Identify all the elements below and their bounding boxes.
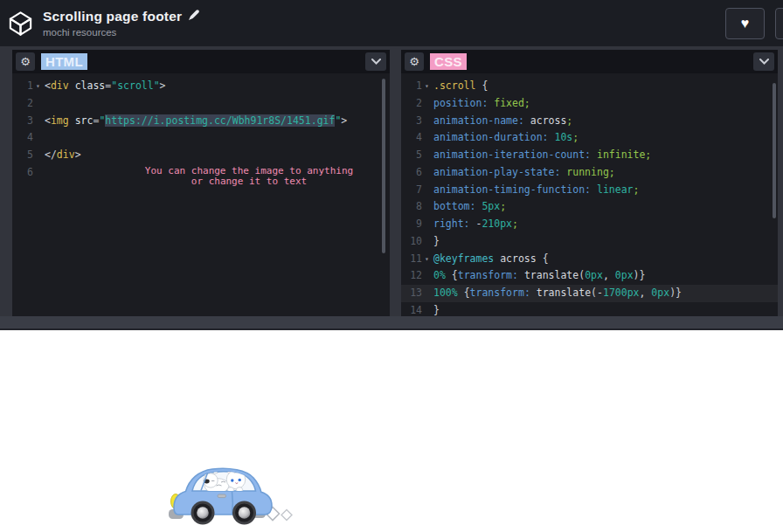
code-line[interactable]: 5animation-iteration-count: infinite; xyxy=(401,147,778,164)
code-line[interactable]: 11▾@keyframes across { xyxy=(401,251,778,268)
panel-resize-handle[interactable] xyxy=(0,316,783,330)
html-editor-panel: ⚙ HTML You can change the image to anyth… xyxy=(12,50,390,316)
css-settings-gear-icon[interactable]: ⚙ xyxy=(405,52,424,71)
html-panel-label: HTML xyxy=(41,53,87,70)
css-panel-label: CSS xyxy=(430,53,467,70)
code-line[interactable]: 4 xyxy=(12,129,390,147)
code-line[interactable]: 8bottom: 5px; xyxy=(401,198,778,216)
code-line[interactable]: 13100% {transform: translate(-1700px, 0p… xyxy=(401,285,778,302)
codepen-logo-icon[interactable] xyxy=(7,10,34,38)
css-code-editor[interactable]: 1▾.scroll {2position: fixed;3animation-n… xyxy=(401,73,778,316)
preview-pane xyxy=(0,330,783,532)
pen-title: Scrolling page footer xyxy=(43,9,182,24)
heart-like-button[interactable]: ♥ xyxy=(725,8,765,39)
html-collapse-chevron-icon[interactable] xyxy=(365,52,386,71)
code-line[interactable]: 7animation-timing-function: linear; xyxy=(401,182,778,199)
pen-titles: Scrolling page footer mochi resources xyxy=(43,9,200,38)
car-gif-image xyxy=(166,459,297,532)
door-line xyxy=(232,492,233,515)
html-panel-header: ⚙ HTML xyxy=(12,50,390,73)
fold-arrow-icon[interactable]: ▾ xyxy=(36,78,40,95)
front-wheel xyxy=(191,501,215,525)
fold-arrow-icon[interactable]: ▾ xyxy=(425,251,429,268)
code-line[interactable]: 1▾<div class="scroll"> xyxy=(12,78,390,95)
code-line[interactable]: 5</div> xyxy=(12,147,390,164)
code-line[interactable]: 2 xyxy=(12,95,390,113)
code-line[interactable]: 4animation-duration: 10s; xyxy=(401,129,778,147)
code-line[interactable]: 14} xyxy=(401,302,778,316)
css-panel-header: ⚙ CSS xyxy=(401,50,778,73)
code-line[interactable]: 9right: -210px; xyxy=(401,216,778,233)
html-settings-gear-icon[interactable]: ⚙ xyxy=(16,52,35,71)
code-line[interactable]: 2position: fixed; xyxy=(401,95,778,113)
edit-pencil-icon[interactable] xyxy=(188,9,200,24)
editor-section: ⚙ HTML You can change the image to anyth… xyxy=(0,46,783,316)
code-line[interactable]: 3animation-name: across; xyxy=(401,113,778,130)
code-line[interactable]: 6 xyxy=(12,164,390,182)
rear-wheel xyxy=(232,501,256,525)
pen-author: mochi resources xyxy=(43,27,200,38)
heart-icon: ♥ xyxy=(741,16,750,31)
code-line[interactable]: 10} xyxy=(401,233,778,251)
fold-arrow-icon[interactable]: ▾ xyxy=(425,78,429,95)
code-line[interactable]: 120% {transform: translate(0px, 0px)} xyxy=(401,267,778,285)
html-code-editor[interactable]: You can change the image to anything or … xyxy=(12,73,390,316)
door-handle xyxy=(218,494,226,498)
code-line[interactable]: 3<img src="https://i.postimg.cc/Wbh91r8S… xyxy=(12,113,390,130)
code-line[interactable]: 1▾.scroll { xyxy=(401,78,778,95)
code-line[interactable]: 6animation-play-state: running; xyxy=(401,164,778,182)
app-header: Scrolling page footer mochi resources ♥ xyxy=(0,0,783,46)
codepen-editor-app: Scrolling page footer mochi resources ♥ … xyxy=(0,0,783,532)
save-button-partial[interactable] xyxy=(775,8,783,39)
css-collapse-chevron-icon[interactable] xyxy=(753,52,774,71)
css-editor-panel: ⚙ CSS 1▾.scroll {2position: fixed;3anima… xyxy=(401,50,778,316)
